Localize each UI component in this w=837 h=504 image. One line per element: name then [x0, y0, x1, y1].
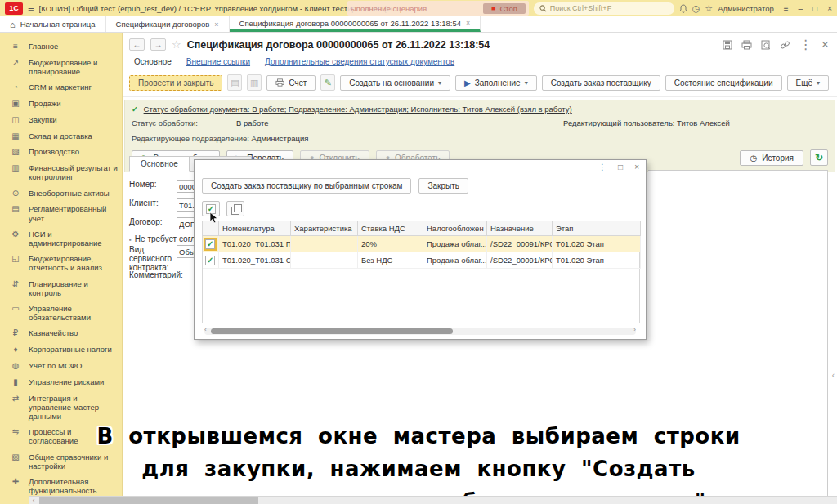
sidebar-item-processes-approval[interactable]: ⇋Процессы и согласование: [0, 424, 122, 448]
sidebar-item-corporate-taxes[interactable]: ♦Корпоративные налоги: [0, 341, 122, 358]
sidebar-item-additional-functionality[interactable]: ✚Дополнительная функциональность: [0, 474, 122, 498]
spec-state-button[interactable]: Состояние спецификации: [665, 75, 782, 91]
col-purpose[interactable]: Назначение: [487, 221, 553, 236]
sidebar-item-production[interactable]: ▨Производство: [0, 144, 122, 160]
forward-button[interactable]: →: [150, 38, 166, 51]
scroll-right-icon[interactable]: ›: [633, 326, 636, 333]
wheel-icon: ⊙: [10, 189, 21, 198]
sidebar-item-purchases[interactable]: ◫Закупки: [0, 112, 122, 128]
dialog-maximize-icon[interactable]: □: [618, 163, 623, 172]
sidebar-item-obligations[interactable]: ▭Управление обязательствами: [0, 301, 122, 325]
invoice-print-button[interactable]: Счет: [266, 75, 316, 91]
close-tab-icon[interactable]: ×: [466, 19, 470, 27]
sidebar-item-integration-mdm[interactable]: ⇄Интеграция и управление мастер-данными: [0, 390, 122, 425]
open-tabs-bar: ⌂ Начальная страница Спецификации догово…: [0, 16, 837, 33]
nav-link-external[interactable]: Внешние ссылки: [186, 57, 250, 66]
sidebar-item-budgeting-reports[interactable]: ◱Бюджетирование, отчетность и анализ: [0, 251, 122, 275]
fill-button[interactable]: ▶Заполнение▾: [455, 75, 537, 91]
preview-icon[interactable]: [761, 40, 771, 50]
scrollbar-thumb[interactable]: [39, 497, 258, 504]
row-checkbox[interactable]: ✓: [205, 239, 215, 249]
close-document-icon[interactable]: ×: [821, 38, 829, 52]
notifications-bell-icon[interactable]: [679, 4, 687, 13]
plus-icon: ✚: [10, 477, 21, 487]
dialog-close-icon[interactable]: ×: [634, 163, 639, 172]
global-search[interactable]: [534, 2, 674, 15]
sidebar-item-ifrs[interactable]: ◍Учет по МСФО: [0, 358, 122, 374]
post-document-icon-button[interactable]: ▥: [247, 74, 262, 91]
post-and-close-button[interactable]: Провести и закрыть: [129, 75, 222, 91]
close-window-button[interactable]: ×: [827, 4, 832, 13]
sidebar-item-common-directories[interactable]: ▧Общие справочники и настройки: [0, 449, 122, 474]
link-icon[interactable]: [780, 40, 790, 50]
scroll-left-icon[interactable]: ‹: [204, 326, 207, 333]
table-row[interactable]: ✓ Т01.020_Т01.031 П... 20% Продажа облаг…: [203, 236, 641, 252]
scrollbar-thumb[interactable]: [211, 328, 453, 334]
scroll-left-icon[interactable]: ‹: [29, 497, 38, 504]
select-all-rows-button[interactable]: ✓: [202, 201, 220, 216]
sidebar-item-main[interactable]: ≡Главное: [0, 38, 122, 55]
sidebar-item-non-current-assets[interactable]: ⊙Внеоборотные активы: [0, 185, 122, 202]
minimize-button[interactable]: –: [799, 4, 803, 13]
sidebar-item-risk-management[interactable]: ▮Управление рисками: [0, 374, 122, 390]
dialog-more-icon[interactable]: ⋮: [598, 163, 606, 172]
col-stage[interactable]: Этап: [553, 221, 641, 236]
sidebar-item-treasury[interactable]: ₽Казначейство: [0, 325, 122, 341]
window-controls: ≡ – □ ×: [784, 4, 832, 13]
main-menu-icon[interactable]: ≡: [28, 2, 34, 15]
table-row[interactable]: ✓ Т01.020_Т01.031 С... Без НДС Продажа о…: [203, 252, 641, 269]
more-button[interactable]: Ещё▾: [787, 75, 829, 91]
col-nomenclature[interactable]: Номенклатура: [219, 221, 291, 236]
search-input[interactable]: [550, 4, 665, 12]
home-icon: ⌂: [10, 20, 16, 29]
create-supplier-order-button[interactable]: Создать заказ поставщику: [542, 75, 660, 91]
dialog-close-button[interactable]: Закрыть: [418, 178, 468, 194]
sidebar-item-regulated-accounting[interactable]: ▤Регламентированный учет: [0, 201, 122, 225]
window-horizontal-scrollbar[interactable]: ‹: [29, 496, 837, 504]
maximize-button[interactable]: □: [812, 4, 817, 13]
more-vertical-icon[interactable]: ⋮: [799, 37, 812, 52]
tab-contract-specs-list[interactable]: Спецификации договоров ×: [106, 16, 230, 32]
service-menu-icon[interactable]: ≡: [784, 4, 789, 13]
status-summary-link[interactable]: Статус обработки документа: В работе; По…: [144, 105, 572, 114]
clear-selection-button[interactable]: [226, 201, 244, 216]
document-title: Спецификация договора 00000000065 от 26.…: [187, 39, 490, 51]
sidebar-item-planning-control[interactable]: ⇵Планирование и контроль: [0, 276, 122, 301]
back-button[interactable]: ←: [129, 38, 145, 51]
col-vat-rate[interactable]: Ставка НДС: [358, 221, 423, 236]
document-nav-links: Основное Внешние ссылки Дополнительные с…: [123, 55, 837, 71]
col-taxation[interactable]: Налогообложен ...: [423, 221, 487, 236]
close-tab-icon[interactable]: ×: [214, 20, 218, 29]
edit-icon-button[interactable]: ✎: [320, 74, 335, 91]
status-value: В работе: [236, 118, 269, 127]
create-order-by-rows-button[interactable]: Создать заказ поставщику по выбранным ст…: [202, 178, 411, 194]
col-characteristic[interactable]: Характеристика: [291, 221, 358, 236]
sidebar-item-sales[interactable]: ▣Продажи: [0, 96, 122, 112]
save-icon[interactable]: [723, 40, 732, 50]
sidebar-item-nsi-administration[interactable]: ⚙НСИ и администрирование: [0, 226, 122, 251]
sidebar-item-budgeting-planning[interactable]: ↗Бюджетирование и планирование: [0, 55, 122, 79]
document-toolbar: Провести и закрыть ▤ ▥ Счет ✎ Создать на…: [123, 71, 837, 97]
row-checkbox[interactable]: ✓: [205, 256, 215, 265]
dialog-horizontal-scrollbar[interactable]: ‹ ›: [204, 328, 636, 335]
nav-link-main[interactable]: Основное: [134, 57, 172, 66]
form-tab-main[interactable]: Основное: [129, 156, 190, 172]
favorites-star-icon[interactable]: ☆: [705, 4, 713, 13]
case-icon: ▭: [10, 304, 21, 314]
history-clock-icon[interactable]: ◷: [692, 4, 700, 13]
nav-link-additional[interactable]: Дополнительные сведения статусных докуме…: [265, 57, 454, 66]
sidebar-item-warehouse-delivery[interactable]: ▦Склад и доставка: [0, 128, 122, 145]
create-based-on-button[interactable]: Создать на основании▾: [340, 75, 450, 91]
status-label: Статус обработки:: [132, 118, 198, 127]
print-icon[interactable]: [741, 40, 752, 50]
stop-button[interactable]: ■ Стоп: [483, 3, 526, 14]
bar-chart-icon: ▥: [10, 163, 21, 173]
current-user[interactable]: Администратор: [718, 4, 774, 13]
save-document-icon-button[interactable]: ▤: [227, 74, 242, 91]
tab-contract-spec-document[interactable]: Спецификация договора 00000000065 от 26.…: [230, 16, 481, 32]
collapse-panel-icon[interactable]: ‹: [832, 371, 835, 380]
sidebar-item-financial-result[interactable]: ▥Финансовый результат и контроллинг: [0, 160, 122, 185]
sidebar-item-crm-marketing[interactable]: ◔CRM и маркетинг: [0, 79, 122, 96]
tab-home[interactable]: ⌂ Начальная страница: [0, 16, 106, 32]
favorite-star-icon[interactable]: ☆: [172, 38, 181, 51]
